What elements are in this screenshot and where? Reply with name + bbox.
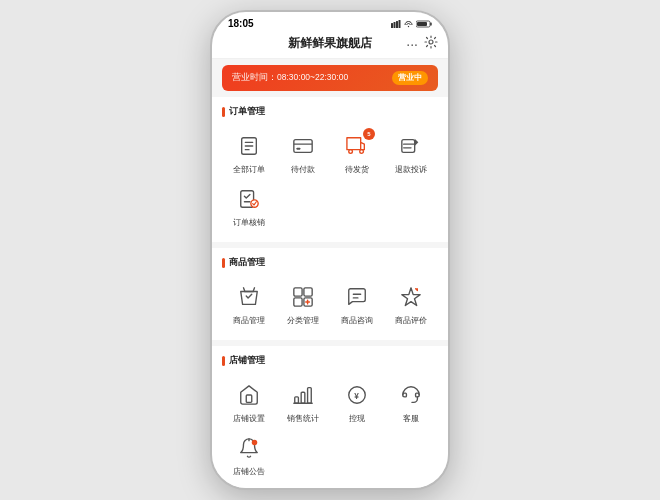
store-notice-item[interactable]: 店铺公告 — [222, 428, 276, 481]
svg-point-16 — [360, 150, 364, 154]
status-icons — [391, 20, 432, 28]
category-manage-label: 分类管理 — [287, 316, 319, 326]
svg-rect-17 — [402, 140, 415, 153]
order-management-section: 订单管理 全部订单 — [212, 97, 448, 242]
settings-button[interactable] — [424, 35, 438, 52]
product-consult-item[interactable]: 商品咨询 — [330, 277, 384, 330]
product-grid: 商品管理 分类管 — [222, 277, 438, 330]
order-grid: 全部订单 待付款 — [222, 126, 438, 232]
svg-rect-13 — [294, 140, 312, 153]
svg-rect-14 — [297, 148, 301, 150]
customer-service-item[interactable]: 客服 — [384, 375, 438, 428]
svg-rect-28 — [301, 392, 305, 403]
svg-rect-2 — [396, 21, 398, 28]
svg-rect-1 — [394, 22, 396, 28]
svg-point-15 — [349, 150, 353, 154]
store-notice-label: 店铺公告 — [233, 467, 265, 477]
product-consult-label: 商品咨询 — [341, 316, 373, 326]
status-bar: 18:05 — [212, 12, 448, 31]
biz-hours-banner[interactable]: 营业时间：08:30:00~22:30:00 营业中 — [222, 65, 438, 91]
refund-label: 退款投诉 — [395, 165, 427, 175]
biz-status-badge: 营业中 — [392, 71, 428, 85]
pending-payment-item[interactable]: 待付款 — [276, 126, 330, 179]
voucher-label: 控现 — [349, 414, 365, 424]
customer-service-label: 客服 — [403, 414, 419, 424]
store-grid: 店铺设置 销售统计 — [222, 375, 438, 481]
product-manage-item[interactable]: 商品管理 — [222, 277, 276, 330]
product-review-item[interactable]: 商品评价 — [384, 277, 438, 330]
store-settings-item[interactable]: 店铺设置 — [222, 375, 276, 428]
order-review-label: 订单核销 — [233, 218, 265, 228]
phone-frame: 18:05 新鲜鲜果旗舰店 ··· — [210, 10, 450, 490]
pending-payment-label: 待付款 — [291, 165, 315, 175]
product-review-label: 商品评价 — [395, 316, 427, 326]
biz-hours-text: 营业时间：08:30:00~22:30:00 — [232, 72, 348, 84]
pending-delivery-item[interactable]: 5 待发货 — [330, 126, 384, 179]
all-orders-label: 全部订单 — [233, 165, 265, 175]
svg-point-8 — [429, 40, 433, 44]
main-scroll: 营业时间：08:30:00~22:30:00 营业中 订单管理 — [212, 59, 448, 488]
status-time: 18:05 — [228, 18, 254, 29]
store-settings-label: 店铺设置 — [233, 414, 265, 424]
store-section-title: 店铺管理 — [222, 354, 438, 367]
svg-rect-21 — [304, 288, 312, 296]
order-section-title: 订单管理 — [222, 105, 438, 118]
delivery-badge: 5 — [363, 128, 375, 140]
refund-item[interactable]: 退款投诉 — [384, 126, 438, 179]
voucher-item[interactable]: ¥ 控现 — [330, 375, 384, 428]
svg-rect-7 — [417, 22, 427, 26]
app-header: 新鲜鲜果旗舰店 ··· — [212, 31, 448, 59]
svg-rect-20 — [294, 288, 302, 296]
pending-delivery-label: 待发货 — [345, 165, 369, 175]
all-orders-item[interactable]: 全部订单 — [222, 126, 276, 179]
svg-rect-6 — [430, 22, 432, 25]
header-actions: ··· — [406, 35, 438, 52]
product-management-section: 商品管理 商品管理 — [212, 248, 448, 340]
sales-stats-item[interactable]: 销售统计 — [276, 375, 330, 428]
store-management-section: 店铺管理 店铺设置 — [212, 346, 448, 488]
product-section-title: 商品管理 — [222, 256, 438, 269]
store-title: 新鲜鲜果旗舰店 — [288, 35, 372, 52]
sales-stats-label: 销售统计 — [287, 414, 319, 424]
svg-rect-29 — [308, 388, 312, 404]
more-button[interactable]: ··· — [406, 36, 418, 52]
svg-point-34 — [252, 440, 258, 446]
svg-rect-26 — [246, 395, 252, 402]
svg-rect-3 — [399, 20, 401, 28]
svg-text:¥: ¥ — [354, 392, 359, 401]
svg-rect-22 — [294, 298, 302, 306]
svg-rect-0 — [391, 23, 393, 28]
category-manage-item[interactable]: 分类管理 — [276, 277, 330, 330]
svg-point-4 — [408, 25, 409, 26]
svg-rect-27 — [295, 397, 299, 403]
product-manage-label: 商品管理 — [233, 316, 265, 326]
order-review-item[interactable]: 订单核销 — [222, 179, 276, 232]
